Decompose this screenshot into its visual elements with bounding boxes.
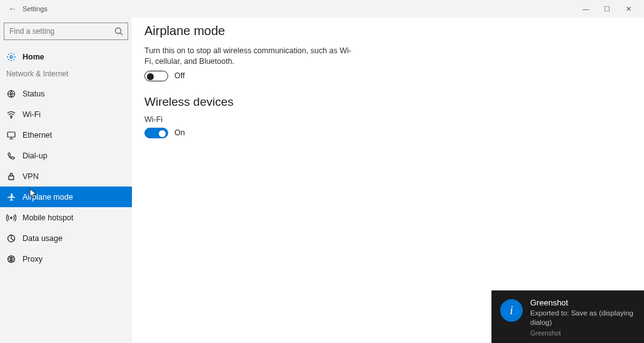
sidebar-item-status[interactable]: Status bbox=[0, 83, 132, 104]
search-input[interactable] bbox=[4, 23, 128, 40]
sidebar-item-label: Data usage bbox=[23, 234, 63, 243]
sidebar-item-mobile-hotspot[interactable]: Mobile hotspot bbox=[0, 207, 132, 228]
toast-app-name: Greenshot bbox=[530, 329, 635, 337]
status-icon bbox=[6, 89, 16, 99]
wifi-label: Wi-Fi bbox=[144, 115, 644, 124]
sidebar-item-data-usage[interactable]: Data usage bbox=[0, 228, 132, 248]
toast-title: Greenshot bbox=[530, 298, 635, 307]
sidebar-item-label: Wi-Fi bbox=[23, 110, 41, 119]
airplane-icon bbox=[6, 192, 16, 202]
info-icon: i bbox=[500, 299, 523, 322]
sidebar-item-label: Status bbox=[23, 90, 44, 98]
proxy-icon bbox=[6, 254, 16, 264]
sidebar-item-home[interactable]: Home bbox=[0, 46, 132, 67]
sidebar-item-wifi[interactable]: Wi-Fi bbox=[0, 104, 132, 125]
dialup-icon bbox=[6, 151, 16, 161]
maximize-button[interactable]: ☐ bbox=[596, 0, 618, 18]
sidebar-item-label: Airplane mode bbox=[23, 193, 73, 202]
svg-rect-5 bbox=[8, 132, 15, 137]
sidebar-item-label: Home bbox=[23, 53, 44, 61]
wifi-toggle[interactable] bbox=[144, 128, 168, 138]
vpn-icon bbox=[6, 172, 16, 182]
wifi-state: On bbox=[174, 128, 185, 137]
airplane-toggle-row: Off bbox=[144, 71, 644, 81]
svg-point-2 bbox=[10, 56, 13, 58]
hotspot-icon bbox=[6, 213, 16, 223]
titlebar: ← Settings — ☐ ✕ bbox=[0, 0, 644, 18]
airplane-mode-state: Off bbox=[174, 71, 184, 80]
wifi-icon bbox=[6, 110, 16, 120]
window-title: Settings bbox=[23, 5, 48, 13]
svg-rect-6 bbox=[9, 176, 14, 180]
data-usage-icon bbox=[6, 233, 16, 243]
window-controls: — ☐ ✕ bbox=[575, 0, 639, 18]
sidebar-item-airplane-mode[interactable]: Airplane mode bbox=[0, 187, 132, 207]
sidebar: Home Network & Internet Status Wi-Fi Eth… bbox=[0, 18, 132, 343]
back-icon[interactable]: ← bbox=[5, 4, 20, 14]
sidebar-item-label: Mobile hotspot bbox=[23, 213, 73, 222]
sidebar-item-label: Dial-up bbox=[23, 151, 48, 160]
toast-body: Exported to: Save as (displaying dialog) bbox=[530, 309, 635, 327]
notification-toast[interactable]: i Greenshot Exported to: Save as (displa… bbox=[491, 290, 644, 343]
sidebar-item-proxy[interactable]: Proxy bbox=[0, 248, 132, 269]
wireless-devices-heading: Wireless devices bbox=[144, 95, 644, 109]
sidebar-item-label: VPN bbox=[23, 172, 39, 181]
page-title: Airplane mode bbox=[144, 24, 644, 38]
gear-icon bbox=[6, 52, 16, 62]
svg-point-7 bbox=[11, 217, 12, 218]
sidebar-item-ethernet[interactable]: Ethernet bbox=[0, 125, 132, 145]
airplane-mode-toggle[interactable] bbox=[144, 71, 168, 81]
wifi-toggle-row: On bbox=[144, 128, 644, 138]
sidebar-item-dialup[interactable]: Dial-up bbox=[0, 145, 132, 166]
sidebar-item-vpn[interactable]: VPN bbox=[0, 166, 132, 187]
ethernet-icon bbox=[6, 130, 16, 140]
sidebar-item-label: Proxy bbox=[23, 255, 43, 264]
search-box bbox=[4, 23, 128, 40]
close-button[interactable]: ✕ bbox=[618, 0, 639, 18]
sidebar-item-label: Ethernet bbox=[23, 131, 52, 140]
page-description: Turn this on to stop all wireless commun… bbox=[144, 46, 357, 67]
toast-content: Greenshot Exported to: Save as (displayi… bbox=[530, 298, 635, 337]
minimize-button[interactable]: — bbox=[575, 0, 596, 18]
svg-point-4 bbox=[11, 117, 12, 118]
sidebar-section-label: Network & Internet bbox=[0, 69, 132, 78]
